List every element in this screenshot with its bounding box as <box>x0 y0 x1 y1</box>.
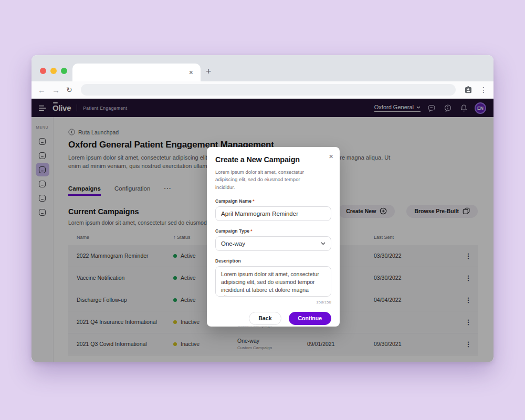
campaign-name-input[interactable] <box>215 206 331 221</box>
forward-button[interactable]: → <box>52 86 60 94</box>
back-button[interactable]: Back <box>249 312 281 325</box>
back-button[interactable]: ← <box>38 86 46 94</box>
campaign-name-label: Campaign Name* <box>215 198 331 204</box>
browser-menu-button[interactable]: ⋮ <box>480 86 487 93</box>
modal-title: Create a New Campaign <box>215 155 331 164</box>
browser-window: × + ← → ↻ ⋮ <box>32 55 494 362</box>
modal-close-icon[interactable]: × <box>329 152 333 160</box>
create-campaign-modal: × Create a New Campaign Lorem ipsum dolo… <box>207 147 340 327</box>
character-counter: 158/158 <box>215 300 331 304</box>
window-controls <box>40 68 67 74</box>
campaign-type-value: One-way <box>221 240 245 247</box>
profile-badge-icon[interactable] <box>464 86 472 94</box>
address-bar[interactable] <box>81 84 456 96</box>
required-asterisk: * <box>253 198 255 204</box>
reload-button[interactable]: ↻ <box>66 86 72 93</box>
browser-tab[interactable]: × <box>72 64 201 81</box>
required-asterisk: * <box>250 228 253 234</box>
description-label: Description <box>215 258 331 264</box>
browser-toolbar-right: ⋮ <box>464 86 487 94</box>
web-page: Olive Patient Engagement Oxford General <box>32 99 494 362</box>
zoom-window-button[interactable] <box>61 68 67 74</box>
tab-close-button[interactable]: × <box>189 69 193 76</box>
browser-toolbar: ← → ↻ ⋮ <box>32 81 494 99</box>
description-textarea[interactable]: Lorem ipsum dolor sit amet, consectetur … <box>215 266 331 297</box>
browser-tab-strip: × + <box>32 55 494 81</box>
minimize-window-button[interactable] <box>50 68 57 74</box>
modal-description: Lorem ipsum dolor sit amet, consectetur … <box>215 169 320 191</box>
close-window-button[interactable] <box>40 68 46 74</box>
campaign-type-label: Campaign Type* <box>215 228 331 234</box>
campaign-type-select[interactable]: One-way <box>215 236 331 251</box>
continue-button[interactable]: Continue <box>289 312 332 325</box>
chevron-down-icon <box>321 242 326 245</box>
new-tab-button[interactable]: + <box>206 67 212 76</box>
